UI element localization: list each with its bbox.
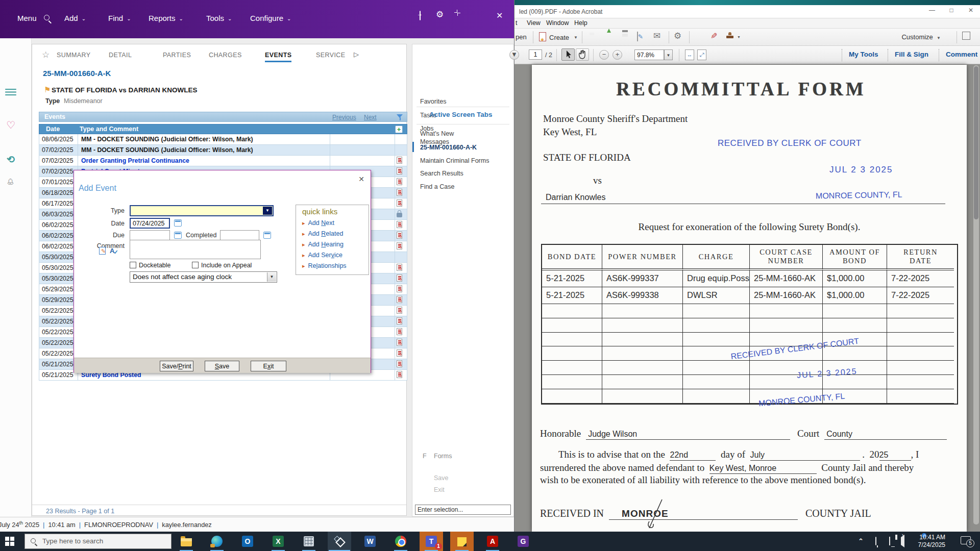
document-icon[interactable]	[397, 307, 402, 314]
taskbar-app-file-explorer[interactable]	[175, 532, 198, 551]
settings-gear-icon[interactable]: ⚙	[674, 31, 685, 41]
sign-document-icon[interactable]	[637, 32, 648, 42]
email-icon[interactable]: ✉	[653, 31, 665, 41]
add-event-button[interactable]: +	[395, 126, 403, 133]
acrobat-close-icon[interactable]: ✕	[963, 7, 978, 17]
taskbar-app-case-manager[interactable]	[328, 532, 351, 551]
due-date-input[interactable]	[130, 230, 170, 240]
customize-button[interactable]: Customize ▼	[901, 33, 941, 41]
taskbar-app-word[interactable]: W	[358, 532, 382, 551]
quick-link-add-service[interactable]: Add Service	[302, 252, 342, 259]
exit-app-icon[interactable]: →	[420, 11, 421, 20]
menu-item-add[interactable]: Add⌄	[64, 14, 86, 22]
enter-selection-input[interactable]: Enter selection...	[415, 505, 511, 515]
next-link[interactable]: Next	[364, 114, 377, 121]
acrobat-menu-view[interactable]: View	[527, 19, 541, 27]
tray-chevron-up-icon[interactable]: ⌃	[858, 537, 864, 545]
taskbar-app-edge-browser[interactable]	[205, 532, 229, 551]
document-icon[interactable]	[397, 232, 402, 239]
tabs-overflow-icon[interactable]: ▷	[354, 51, 359, 58]
dialog-close-icon[interactable]: ✕	[358, 175, 364, 183]
notifications-bell-icon[interactable]: 🕭	[5, 177, 16, 187]
table-row[interactable]: 07/02/2025MM - DOCKET SOUNDING (Judicial…	[39, 145, 407, 156]
docketable-checkbox[interactable]	[130, 262, 136, 268]
pane-toggle-icon[interactable]	[962, 32, 973, 42]
document-icon[interactable]	[397, 221, 402, 228]
gear-icon[interactable]: ⚙	[436, 10, 444, 19]
zoom-level-input[interactable]: 97.8%	[634, 49, 664, 60]
document-icon[interactable]	[397, 328, 402, 335]
spellcheck-icon[interactable]: A	[110, 247, 119, 255]
event-date-input[interactable]: 07/24/2025	[130, 218, 170, 229]
tab-events[interactable]: EVENTS	[265, 52, 291, 62]
journal-icon[interactable]	[5, 87, 16, 97]
screen-tab-3[interactable]: Maintain Criminal Forms	[420, 157, 489, 164]
forms-section-label[interactable]: Forms	[434, 453, 452, 460]
fit-width-icon[interactable]: ↔	[685, 49, 694, 60]
document-icon[interactable]	[397, 178, 402, 185]
stamp-icon[interactable]: ▼	[726, 32, 737, 42]
create-button[interactable]: Create ▼	[539, 32, 578, 43]
due-calendar-icon[interactable]	[174, 232, 182, 239]
taskbar-app-outlook[interactable]: O	[236, 532, 259, 551]
link-comment[interactable]: Comment	[946, 51, 977, 58]
save-print-button[interactable]: Save/Print	[160, 361, 193, 371]
table-row[interactable]: 07/02/2025Order Granting Pretrial Contin…	[39, 156, 407, 166]
comment-edit-icon[interactable]	[99, 247, 106, 255]
type-dropdown-icon[interactable]: ▼	[263, 207, 272, 215]
action-center-icon[interactable]: 5	[961, 536, 971, 544]
document-icon[interactable]	[397, 349, 402, 357]
history-icon[interactable]: ⟲	[5, 154, 16, 165]
screen-tab-2[interactable]: 25-MM-001660-A-K	[420, 144, 477, 151]
completed-calendar-icon[interactable]	[263, 232, 271, 239]
document-icon[interactable]	[397, 264, 402, 271]
document-icon[interactable]	[397, 296, 402, 303]
taskbar-app-g-app[interactable]: G	[511, 532, 535, 551]
tab-charges[interactable]: CHARGES	[209, 52, 242, 59]
quick-link-add-next[interactable]: Add Next	[302, 219, 334, 227]
exit-button[interactable]: Exit	[251, 361, 286, 371]
taskbar-app-teams[interactable]: T1	[420, 532, 443, 551]
document-icon[interactable]	[397, 317, 402, 324]
tray-clock[interactable]: 10:41 AM 7/24/2025	[918, 534, 945, 549]
acrobat-menu-help[interactable]: Help	[574, 19, 587, 27]
acrobat-menu-window[interactable]: Window	[546, 19, 569, 27]
start-button[interactable]	[5, 537, 14, 546]
tab-parties[interactable]: PARTIES	[163, 52, 191, 59]
menu-item-configure[interactable]: Configure⌄	[250, 14, 291, 22]
document-icon[interactable]	[397, 157, 402, 164]
zoom-dropdown-icon[interactable]: ▼	[664, 49, 673, 60]
document-icon[interactable]	[397, 285, 402, 292]
sidebar-item-favorites[interactable]: Favorites	[420, 98, 446, 105]
taskbar-search-input[interactable]: Type here to search	[24, 534, 172, 549]
fit-page-icon[interactable]: ⤢	[697, 49, 706, 60]
favorite-star-icon[interactable]: ☆	[42, 49, 50, 60]
print-icon[interactable]	[621, 32, 632, 42]
tab-service[interactable]: SERVICE	[316, 52, 345, 59]
filter-funnel-icon[interactable]	[397, 114, 403, 120]
document-icon[interactable]	[397, 167, 402, 174]
document-icon[interactable]	[397, 189, 402, 196]
taskbar-app-apps-grid[interactable]	[297, 532, 321, 551]
search-icon[interactable]	[44, 15, 50, 20]
upload-cloud-icon[interactable]	[604, 32, 616, 42]
previous-link[interactable]: Previous	[332, 114, 356, 121]
page-number-input[interactable]: 1	[529, 49, 542, 60]
screen-tab-4[interactable]: Search Results	[420, 170, 463, 177]
completed-date-input[interactable]	[220, 230, 259, 240]
taskbar-app-acrobat[interactable]: A	[481, 532, 504, 551]
link-fill-sign[interactable]: Fill & Sign	[895, 51, 928, 58]
select-tool-icon[interactable]	[561, 48, 575, 61]
open-button[interactable]: pen	[516, 33, 527, 41]
tab-detail[interactable]: DETAIL	[109, 52, 132, 59]
document-icon[interactable]	[397, 199, 402, 207]
document-icon[interactable]	[397, 274, 402, 282]
highlight-dash-icon[interactable]	[695, 32, 706, 42]
tab-summary[interactable]: SUMMARY	[57, 52, 90, 59]
red-pen-icon[interactable]: ✎	[710, 31, 722, 41]
menu-item-find[interactable]: Find⌄	[108, 14, 131, 22]
document-icon[interactable]	[397, 360, 402, 367]
acrobat-minimize-icon[interactable]: —	[924, 7, 940, 17]
hand-tool-icon[interactable]	[576, 48, 589, 61]
document-icon[interactable]	[397, 339, 402, 346]
